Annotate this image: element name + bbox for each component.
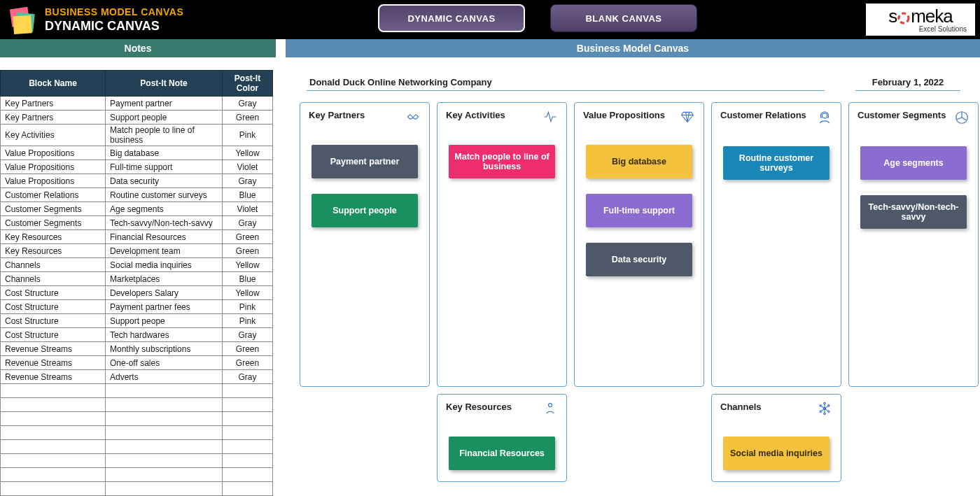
cell-note[interactable]: Payment partner: [106, 97, 223, 111]
cell-note[interactable]: Development team: [106, 244, 223, 258]
table-row[interactable]: Revenue StreamsMonthly subscriptionsGree…: [1, 342, 273, 356]
cell-note[interactable]: Social media inquiries: [106, 258, 223, 272]
cell-block[interactable]: [1, 454, 106, 468]
post-it-note[interactable]: Payment partner: [312, 145, 418, 178]
cell-color[interactable]: [223, 398, 273, 412]
post-it-note[interactable]: Social media inquiries: [723, 437, 830, 470]
table-row[interactable]: [1, 482, 273, 496]
cell-color[interactable]: [223, 426, 273, 440]
post-it-note[interactable]: Routine customer surveys: [723, 146, 830, 180]
table-row[interactable]: Key ResourcesFinancial ResourcesGreen: [1, 230, 273, 244]
post-it-note[interactable]: Age segments: [860, 146, 967, 180]
cell-note[interactable]: Marketplaces: [106, 272, 223, 286]
cell-color[interactable]: [223, 412, 273, 426]
cell-color[interactable]: [223, 440, 273, 454]
cell-note[interactable]: Support people: [106, 111, 223, 125]
table-row[interactable]: Key PartnersPayment partnerGray: [1, 97, 273, 111]
table-row[interactable]: Value PropositionsData securityGray: [1, 174, 273, 188]
post-it-note[interactable]: Support people: [312, 194, 418, 227]
cell-note[interactable]: [106, 398, 223, 412]
canvas-date[interactable]: February 1, 2022: [855, 77, 960, 91]
cell-color[interactable]: [223, 454, 273, 468]
cell-color[interactable]: Pink: [223, 300, 273, 314]
table-row[interactable]: Cost StructureDevelopers SalaryYellow: [1, 286, 273, 300]
cell-block[interactable]: Value Propositions: [1, 174, 106, 188]
cell-note[interactable]: [106, 440, 223, 454]
cell-note[interactable]: Adverts: [106, 370, 223, 384]
cell-block[interactable]: [1, 426, 106, 440]
cell-block[interactable]: [1, 412, 106, 426]
post-it-note[interactable]: Match people to line of business: [449, 145, 555, 178]
cell-block[interactable]: Key Partners: [1, 97, 106, 111]
cell-note[interactable]: [106, 412, 223, 426]
cell-color[interactable]: Gray: [223, 370, 273, 384]
cell-block[interactable]: Customer Segments: [1, 216, 106, 230]
cell-note[interactable]: [106, 454, 223, 468]
cell-color[interactable]: Gray: [223, 216, 273, 230]
cell-block[interactable]: Value Propositions: [1, 146, 106, 160]
cell-block[interactable]: Value Propositions: [1, 160, 106, 174]
company-name[interactable]: Donald Duck Online Networking Company: [307, 77, 825, 91]
table-row[interactable]: [1, 468, 273, 482]
cell-note[interactable]: [106, 482, 223, 496]
cell-note[interactable]: [106, 468, 223, 482]
nav-dynamic-canvas-button[interactable]: DYNAMIC CANVAS: [378, 4, 525, 32]
table-row[interactable]: Revenue StreamsAdvertsGray: [1, 370, 273, 384]
cell-color[interactable]: Green: [223, 342, 273, 356]
cell-block[interactable]: Cost Structure: [1, 328, 106, 342]
cell-note[interactable]: Match people to line of business: [106, 125, 223, 146]
cell-color[interactable]: Violet: [223, 160, 273, 174]
cell-note[interactable]: Financial Resources: [106, 230, 223, 244]
table-row[interactable]: Key PartnersSupport peopleGreen: [1, 111, 273, 125]
block-key-resources[interactable]: Key Resources Financial Resources: [437, 394, 567, 482]
cell-color[interactable]: Violet: [223, 202, 273, 216]
cell-note[interactable]: Age segments: [106, 202, 223, 216]
table-row[interactable]: Customer SegmentsAge segmentsViolet: [1, 202, 273, 216]
cell-block[interactable]: [1, 468, 106, 482]
cell-block[interactable]: Channels: [1, 258, 106, 272]
table-row[interactable]: Key ResourcesDevelopment teamGreen: [1, 244, 273, 258]
cell-note[interactable]: [106, 426, 223, 440]
cell-note[interactable]: Data security: [106, 174, 223, 188]
cell-note[interactable]: Payment partner fees: [106, 300, 223, 314]
table-row[interactable]: [1, 454, 273, 468]
cell-color[interactable]: [223, 468, 273, 482]
table-row[interactable]: Cost StructureTech hardwaresGray: [1, 328, 273, 342]
table-row[interactable]: Key ActivitiesMatch people to line of bu…: [1, 125, 273, 146]
cell-color[interactable]: Green: [223, 356, 273, 370]
cell-block[interactable]: Key Resources: [1, 244, 106, 258]
cell-note[interactable]: One-off sales: [106, 356, 223, 370]
cell-color[interactable]: [223, 384, 273, 398]
cell-color[interactable]: Green: [223, 244, 273, 258]
table-row[interactable]: [1, 412, 273, 426]
cell-note[interactable]: Tech-savvy/Non-tech-savvy: [106, 216, 223, 230]
block-key-activities[interactable]: Key Activities Match people to line of b…: [437, 102, 567, 387]
table-row[interactable]: [1, 426, 273, 440]
table-row[interactable]: Value PropositionsBig databaseYellow: [1, 146, 273, 160]
cell-block[interactable]: Customer Segments: [1, 202, 106, 216]
post-it-note[interactable]: Financial Resources: [449, 437, 555, 470]
cell-note[interactable]: Routine customer surveys: [106, 188, 223, 202]
table-row[interactable]: Value PropositionsFull-time supportViole…: [1, 160, 273, 174]
cell-note[interactable]: Tech hardwares: [106, 328, 223, 342]
block-key-partners[interactable]: Key Partners Payment partnerSupport peop…: [300, 102, 430, 387]
cell-block[interactable]: Cost Structure: [1, 300, 106, 314]
cell-color[interactable]: Green: [223, 111, 273, 125]
post-it-note[interactable]: Data security: [586, 243, 692, 276]
cell-color[interactable]: Gray: [223, 174, 273, 188]
cell-color[interactable]: Pink: [223, 125, 273, 146]
cell-color[interactable]: Yellow: [223, 286, 273, 300]
cell-block[interactable]: [1, 384, 106, 398]
cell-color[interactable]: Blue: [223, 188, 273, 202]
table-row[interactable]: ChannelsMarketplacesBlue: [1, 272, 273, 286]
cell-color[interactable]: Gray: [223, 97, 273, 111]
cell-color[interactable]: Yellow: [223, 258, 273, 272]
table-row[interactable]: Customer RelationsRoutine customer surve…: [1, 188, 273, 202]
table-row[interactable]: ChannelsSocial media inquiriesYellow: [1, 258, 273, 272]
cell-block[interactable]: Key Activities: [1, 125, 106, 146]
cell-color[interactable]: Yellow: [223, 146, 273, 160]
cell-color[interactable]: Gray: [223, 328, 273, 342]
post-it-note[interactable]: Big database: [586, 145, 692, 178]
block-customer-relations[interactable]: Customer Relations Routine customer surv…: [711, 102, 841, 387]
cell-note[interactable]: [106, 384, 223, 398]
